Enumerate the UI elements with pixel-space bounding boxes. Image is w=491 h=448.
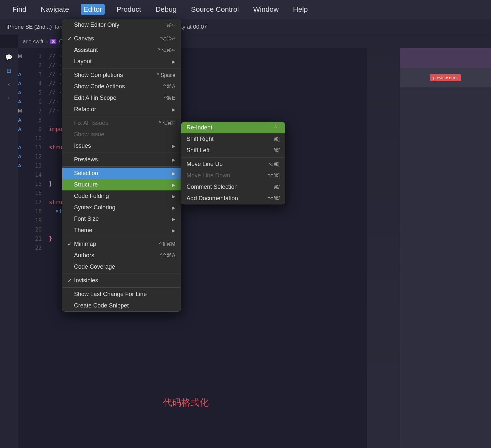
menu-fix-all-issues: Fix All Issues ^⌥⌘F [62, 117, 181, 129]
edit-all-scope-shortcut: ^⌘E [164, 95, 175, 101]
theme-label: Theme [74, 227, 169, 234]
edit-all-scope-label: Edit All in Scope [74, 95, 158, 101]
show-code-actions-shortcut: ⇧⌘A [162, 83, 175, 90]
selection-label: Selection [74, 170, 169, 177]
menu-font-size[interactable]: Font Size ▶ [62, 213, 181, 225]
show-last-change-label: Show Last Change For Line [74, 291, 175, 298]
menu-minimap[interactable]: ✓ Minimap ^⇧⌘M [62, 238, 181, 250]
structure-submenu: Re-Indent ^ I Shift Right ⌘] Shift Left … [181, 122, 285, 204]
re-indent-shortcut: ^ I [275, 125, 280, 131]
sub-add-documentation[interactable]: Add Documentation ⌥⌘/ [181, 193, 285, 204]
menu-show-code-actions[interactable]: Show Code Actions ⇧⌘A [62, 81, 181, 92]
menu-show-editor-only[interactable]: Show Editor Only ⌘↩ [62, 19, 181, 31]
menu-editor[interactable]: Editor [81, 4, 105, 15]
sub-sep-1 [181, 157, 285, 157]
code-folding-arrow: ▶ [172, 194, 175, 199]
comment-selection-shortcut: ⌘/ [273, 184, 280, 190]
sep-2 [62, 68, 181, 68]
assistant-label: Assistant [74, 47, 151, 53]
menu-authors[interactable]: Authors ^⇧⌘A [62, 250, 181, 261]
show-completions-shortcut: ^ Space [157, 72, 175, 78]
previews-arrow: ▶ [172, 157, 175, 162]
menu-refactor[interactable]: Refactor ▶ [62, 104, 181, 115]
syntax-coloring-label: Syntax Coloring [74, 204, 169, 211]
code-coverage-label: Code Coverage [74, 263, 175, 270]
menu-selection[interactable]: Selection ▶ [62, 168, 181, 179]
menu-show-completions[interactable]: Show Completions ^ Space [62, 69, 181, 81]
sub-shift-right[interactable]: Shift Right ⌘] [181, 133, 285, 145]
menu-source-control[interactable]: Source Control [188, 4, 242, 15]
menu-help[interactable]: Help [290, 4, 310, 15]
fix-all-issues-shortcut: ^⌥⌘F [159, 120, 175, 126]
refactor-arrow: ▶ [172, 107, 175, 112]
shift-right-shortcut: ⌘] [273, 136, 280, 142]
layout-label: Layout [74, 58, 169, 65]
menu-syntax-coloring[interactable]: Syntax Coloring ▶ [62, 202, 181, 213]
move-line-up-label: Move Line Up [186, 161, 267, 168]
device-selector[interactable]: iPhone SE (2nd...) [7, 24, 52, 30]
move-line-down-shortcut: ⌥⌘] [267, 172, 280, 179]
preview-top: preview error [400, 48, 491, 87]
issues-arrow: ▶ [172, 143, 175, 149]
menu-product[interactable]: Product [114, 4, 144, 15]
check-invisibles: ✓ [67, 277, 74, 284]
menu-show-last-change[interactable]: Show Last Change For Line [62, 289, 181, 300]
theme-arrow: ▶ [172, 228, 175, 233]
minimap-shortcut: ^⇧⌘M [159, 241, 175, 247]
layout-arrow: ▶ [172, 59, 175, 64]
preview-panel: preview error [400, 48, 491, 448]
menu-layout[interactable]: Layout ▶ [62, 56, 181, 67]
minimap-label: Minimap [74, 241, 153, 247]
menu-previews[interactable]: Previews ▶ [62, 154, 181, 165]
sep-1 [62, 32, 181, 32]
shift-right-label: Shift Right [186, 136, 273, 142]
grid-icon[interactable]: ⊞ [3, 65, 15, 77]
menu-debug[interactable]: Debug [153, 4, 179, 15]
move-line-down-label: Move Line Down [186, 172, 267, 179]
add-documentation-shortcut: ⌥⌘/ [267, 195, 280, 202]
chat-icon[interactable]: 💬 [3, 52, 15, 63]
left-sidebar: 💬 ⊞ ‹ › [0, 48, 18, 448]
sub-shift-left[interactable]: Shift Left ⌘[ [181, 145, 285, 156]
editor-dropdown: Show Editor Only ⌘↩ ✓ Canvas ⌥⌘↩ Assista… [62, 19, 181, 312]
show-code-actions-label: Show Code Actions [74, 83, 156, 90]
menu-code-folding[interactable]: Code Folding ▶ [62, 190, 181, 202]
menu-code-coverage[interactable]: Code Coverage [62, 261, 181, 273]
assistant-shortcut: ^⌥⌘↩ [157, 47, 175, 53]
authors-label: Authors [74, 252, 154, 259]
sub-re-indent[interactable]: Re-Indent ^ I [181, 122, 285, 133]
swift-badge: S [50, 39, 56, 44]
menu-invisibles[interactable]: ✓ Invisibles [62, 275, 181, 286]
add-documentation-label: Add Documentation [186, 195, 267, 202]
code-folding-label: Code Folding [74, 193, 169, 200]
show-editor-only-shortcut: ⌘↩ [166, 22, 175, 28]
menu-edit-all-scope[interactable]: Edit All in Scope ^⌘E [62, 92, 181, 104]
move-line-up-shortcut: ⌥⌘[ [267, 161, 280, 167]
breadcrumb-file[interactable]: age.swift [23, 39, 43, 45]
sub-move-line-up[interactable]: Move Line Up ⌥⌘[ [181, 158, 285, 170]
check-minimap: ✓ [67, 241, 74, 247]
invisibles-label: Invisibles [74, 277, 175, 284]
create-snippet-label: Create Code Snippet [74, 302, 175, 309]
menu-navigate[interactable]: Navigate [38, 4, 72, 15]
menu-assistant[interactable]: Assistant ^⌥⌘↩ [62, 44, 181, 56]
bottom-chinese-text: 代码格式化 [163, 396, 209, 409]
back-icon[interactable]: ‹ [3, 78, 15, 90]
menu-canvas[interactable]: ✓ Canvas ⌥⌘↩ [62, 33, 181, 44]
menu-theme[interactable]: Theme ▶ [62, 225, 181, 236]
font-size-label: Font Size [74, 216, 169, 222]
menu-issues[interactable]: Issues ▶ [62, 140, 181, 152]
minimap [367, 48, 400, 448]
dropdown-container: Show Editor Only ⌘↩ ✓ Canvas ⌥⌘↩ Assista… [62, 19, 181, 312]
forward-icon[interactable]: › [3, 92, 15, 103]
menubar: Find Navigate Editor Product Debug Sourc… [0, 0, 491, 19]
menu-create-snippet[interactable]: Create Code Snippet [62, 300, 181, 311]
sep-7 [62, 274, 181, 274]
issues-label: Issues [74, 142, 169, 149]
menu-find[interactable]: Find [10, 4, 29, 15]
line-numbers: 1 2 3 4 5 6 7 8 9 10 11 12 13 14 15 16 1… [26, 48, 46, 448]
sub-comment-selection[interactable]: Comment Selection ⌘/ [181, 181, 285, 193]
font-size-arrow: ▶ [172, 217, 175, 222]
menu-window[interactable]: Window [251, 4, 281, 15]
menu-structure[interactable]: Structure ▶ [62, 179, 181, 190]
